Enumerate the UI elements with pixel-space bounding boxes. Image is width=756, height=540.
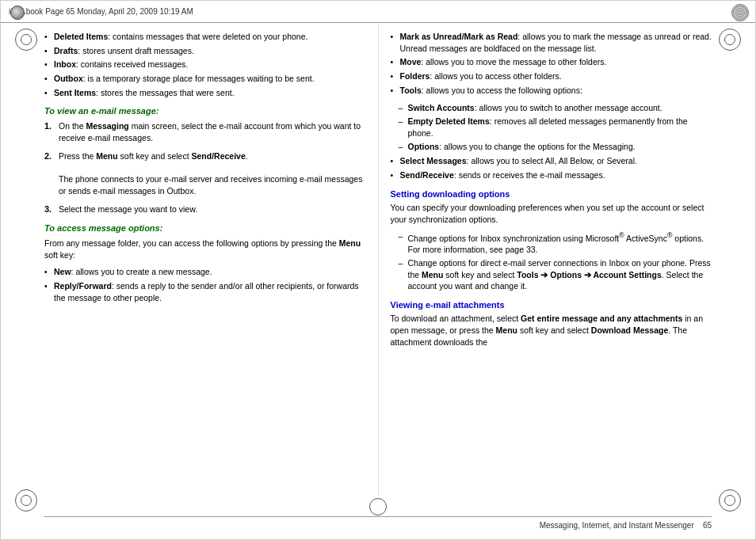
header-text: i637.book Page 65 Monday, April 20, 2009… [9, 7, 193, 16]
list-item-new: New: allows you to create a new message. [44, 266, 366, 278]
list-item-deleted: Deleted Items: contains messages that we… [44, 31, 366, 43]
folder-bullet-list: Deleted Items: contains messages that we… [44, 31, 366, 98]
num-2: 2. [44, 150, 59, 197]
dash-options: Options: allows you to change the option… [399, 141, 712, 153]
list-item-mark: Mark as Unread/Mark as Read: allows you … [391, 31, 712, 54]
list-item-reply: Reply/Forward: sends a reply to the send… [44, 280, 366, 303]
page-number: 65 [703, 521, 712, 530]
list-item-move: Move: allows you to move the message to … [391, 56, 712, 68]
num-3: 3. [44, 203, 59, 215]
list-item-sent: Sent Items: stores the messages that wer… [44, 87, 366, 99]
setting-dash-list: Change options for Inbox synchronization… [399, 230, 712, 292]
dash-empty: Empty Deleted Items: removes all deleted… [399, 116, 712, 139]
numbered-item-1: 1. On the Messaging main screen, select … [44, 120, 366, 143]
left-column: Deleted Items: contains messages that we… [44, 23, 379, 496]
top-left-decoration [10, 6, 25, 20]
list-item-drafts: Drafts: stores unsent draft messages. [44, 45, 366, 57]
setting-heading: Setting downloading options [391, 189, 712, 199]
center-bottom-circle [369, 498, 387, 515]
list-item-send-receive: Send/Receive: sends or receives the e-ma… [391, 169, 712, 181]
header-bar: i637.book Page 65 Monday, April 20, 2009… [1, 1, 755, 23]
tools-dash-list: Switch Accounts: allows you to switch to… [399, 102, 712, 152]
content-3: Select the message you want to view. [59, 203, 366, 215]
setting-para: You can specify your downloading prefere… [391, 202, 712, 226]
right-column: Mark as Unread/Mark as Read: allows you … [379, 23, 712, 496]
list-item-folders: Folders: allows you to access other fold… [391, 70, 712, 82]
list-item-select-msg: Select Messages: allows you to select Al… [391, 155, 712, 167]
setting-dash-1: Change options for Inbox synchronization… [399, 230, 712, 256]
access-para: From any message folder, you can access … [44, 238, 366, 261]
content-1: On the Messaging main screen, select the… [59, 120, 366, 143]
viewing-para: To download an attachment, select Get en… [391, 313, 712, 349]
corner-inner-tl [21, 34, 32, 45]
access-bullet-list: New: allows you to create a new message.… [44, 266, 366, 303]
setting-dash-2: Change options for direct e-mail server … [399, 257, 712, 292]
list-item-outbox: Outbox: is a temporary storage place for… [44, 73, 366, 85]
view-heading: To view an e-mail message: [44, 106, 366, 116]
dash-switch: Switch Accounts: allows you to switch to… [399, 102, 712, 114]
numbered-item-2: 2. Press the Menu soft key and select Se… [44, 150, 366, 197]
access-heading: To access message options: [44, 223, 366, 233]
corner-inner-tr [724, 34, 735, 45]
list-item-inbox: Inbox: contains received messages. [44, 59, 366, 70]
more-bullet-list: Select Messages: allows you to select Al… [391, 155, 712, 181]
corner-inner-br [724, 495, 735, 506]
num-1: 1. [44, 120, 59, 143]
corner-inner-bl [21, 495, 32, 506]
list-item-tools: Tools: allows you to access the followin… [391, 85, 712, 97]
content-area: Deleted Items: contains messages that we… [44, 23, 712, 496]
top-bullet-list: Mark as Unread/Mark as Read: allows you … [391, 31, 712, 96]
top-right-decoration [731, 4, 749, 21]
page-container: i637.book Page 65 Monday, April 20, 2009… [0, 0, 756, 540]
footer-section: Messaging, Internet, and Instant Messeng… [540, 521, 712, 530]
numbered-item-3: 3. Select the message you want to view. [44, 203, 366, 215]
content-2: Press the Menu soft key and select Send/… [59, 150, 366, 197]
footer: Messaging, Internet, and Instant Messeng… [44, 516, 712, 530]
viewing-heading: Viewing e-mail attachments [391, 300, 712, 310]
